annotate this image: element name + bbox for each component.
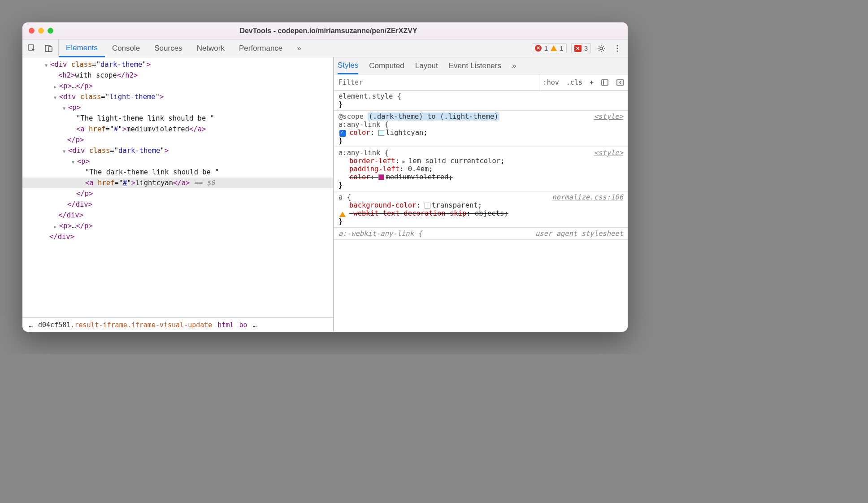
hov-toggle[interactable]: :hov xyxy=(539,74,563,90)
breadcrumb[interactable]: … d04cf581.result-iframe.iframe-visual-u… xyxy=(22,317,333,332)
dom-node[interactable]: ▶<p>…</p> xyxy=(22,81,333,91)
source-link: user agent stylesheet xyxy=(535,230,623,238)
error-icon: ✕ xyxy=(535,45,542,52)
svg-point-5 xyxy=(617,48,618,49)
more-tabs-icon[interactable]: » xyxy=(512,57,516,74)
inspect-element-icon[interactable] xyxy=(26,43,38,54)
filter-input[interactable] xyxy=(334,74,539,90)
css-property[interactable]: background-color: transparent; xyxy=(339,201,623,209)
device-toolbar-icon[interactable] xyxy=(43,43,55,54)
expand-icon[interactable]: ▶ xyxy=(399,159,408,165)
tab-network[interactable]: Network xyxy=(190,39,232,57)
cls-toggle[interactable]: .cls xyxy=(563,74,586,90)
color-swatch[interactable] xyxy=(425,203,430,208)
property-checkbox[interactable] xyxy=(339,130,346,137)
svg-rect-7 xyxy=(602,80,608,85)
source-link[interactable]: <style> xyxy=(594,113,623,121)
error-count: 1 xyxy=(544,44,548,52)
dom-node[interactable]: ▼<div class="light-theme"> xyxy=(22,91,333,102)
issues-counter[interactable]: ✕ 3 xyxy=(571,43,591,53)
window-title: DevTools - codepen.io/miriamsuzanne/pen/… xyxy=(62,27,595,35)
css-property-invalid[interactable]: -webkit-text-decoration-skip: objects; xyxy=(339,209,623,217)
styles-rules: element.style { } @scope (.dark-theme) t… xyxy=(334,91,628,332)
main-toolbar: Elements Console Sources Network Perform… xyxy=(22,39,628,57)
breadcrumb-item[interactable]: html xyxy=(215,321,236,329)
settings-icon[interactable] xyxy=(595,43,607,54)
collapse-icon[interactable]: ▼ xyxy=(63,148,68,155)
tab-styles[interactable]: Styles xyxy=(338,58,358,74)
maximize-window[interactable] xyxy=(48,28,53,34)
tab-sources[interactable]: Sources xyxy=(147,39,189,57)
dom-node[interactable]: <h2>with scope</h2> xyxy=(22,70,333,81)
tab-console[interactable]: Console xyxy=(105,39,147,57)
new-rule-button[interactable]: + xyxy=(586,74,597,90)
svg-point-4 xyxy=(617,45,618,46)
issues-icon: ✕ xyxy=(574,45,582,52)
element-style-rule[interactable]: element.style { } xyxy=(334,91,628,111)
css-rule[interactable]: a:-webkit-any-link {user agent styleshee… xyxy=(334,228,628,240)
tab-computed[interactable]: Computed xyxy=(369,57,404,74)
dom-node[interactable]: ▶<p>…</p> xyxy=(22,221,333,231)
toggle-sidebar-icon[interactable] xyxy=(612,74,628,90)
collapse-icon[interactable]: ▼ xyxy=(72,159,77,166)
dom-node[interactable]: ▼<p> xyxy=(22,156,333,167)
elements-panel: ▼<div class="dark-theme"> <h2>with scope… xyxy=(22,57,334,332)
devtools-window: DevTools - codepen.io/miriamsuzanne/pen/… xyxy=(22,22,628,332)
warning-icon xyxy=(339,212,346,217)
dom-node[interactable]: ▼<p> xyxy=(22,102,333,113)
titlebar: DevTools - codepen.io/miriamsuzanne/pen/… xyxy=(22,22,628,39)
tab-event-listeners[interactable]: Event Listeners xyxy=(449,57,501,74)
styles-panel: Styles Computed Layout Event Listeners »… xyxy=(334,57,628,332)
dom-node[interactable]: </div> xyxy=(22,231,333,242)
more-options-icon[interactable] xyxy=(612,43,623,54)
dom-node[interactable]: </p> xyxy=(22,188,333,199)
dom-node[interactable]: </div> xyxy=(22,199,333,210)
breadcrumb-overflow[interactable]: … xyxy=(26,321,35,329)
dom-node[interactable]: </div> xyxy=(22,210,333,221)
expand-icon[interactable]: ▶ xyxy=(54,223,59,230)
content-area: ▼<div class="dark-theme"> <h2>with scope… xyxy=(22,57,628,332)
minimize-window[interactable] xyxy=(38,28,44,34)
collapse-icon[interactable]: ▼ xyxy=(63,105,68,112)
dom-text-node[interactable]: "The light-theme link should be " xyxy=(22,113,333,124)
svg-rect-2 xyxy=(48,47,52,52)
dom-node-selected[interactable]: <a href="#">lightcyan</a> == $0 xyxy=(22,178,333,188)
tab-performance[interactable]: Performance xyxy=(232,39,290,57)
computed-toggle-icon[interactable] xyxy=(597,74,612,90)
breadcrumb-item[interactable]: d04cf581.result-iframe.iframe-visual-upd… xyxy=(35,321,215,329)
dom-text-node[interactable]: "The dark-theme link should be " xyxy=(22,167,333,178)
css-property[interactable]: border-left: ▶ 1em solid currentcolor; xyxy=(339,157,623,165)
tab-layout[interactable]: Layout xyxy=(415,57,438,74)
dom-node[interactable]: </p> xyxy=(22,134,333,145)
color-swatch[interactable] xyxy=(378,174,384,180)
dom-node[interactable]: ▼<div class="dark-theme"> xyxy=(22,59,333,70)
css-rule[interactable]: @scope (.dark-theme) to (.light-theme) a… xyxy=(334,111,628,147)
color-swatch[interactable] xyxy=(378,130,384,136)
more-tabs-icon[interactable]: » xyxy=(290,39,308,57)
scope-range: (.dark-theme) to (.light-theme) xyxy=(368,113,499,121)
issues-count: 3 xyxy=(584,44,588,52)
svg-point-6 xyxy=(617,50,618,52)
css-property[interactable]: padding-left: 0.4em; xyxy=(339,165,623,173)
source-link[interactable]: <style> xyxy=(594,149,623,157)
dom-node[interactable]: <a href="#">mediumvioletred</a> xyxy=(22,124,333,134)
dom-tree[interactable]: ▼<div class="dark-theme"> <h2>with scope… xyxy=(22,57,333,317)
main-tabs: Elements Console Sources Network Perform… xyxy=(59,39,308,57)
warning-icon xyxy=(551,45,557,51)
tab-elements[interactable]: Elements xyxy=(59,40,105,57)
css-property-overridden[interactable]: color: mediumvioletred; xyxy=(339,173,623,181)
dom-node[interactable]: ▼<div class="dark-theme"> xyxy=(22,145,333,156)
expand-icon[interactable]: ▶ xyxy=(54,83,59,91)
error-warning-counter[interactable]: ✕ 1 1 xyxy=(532,43,567,53)
breadcrumb-item[interactable]: bo xyxy=(236,321,250,329)
css-property[interactable]: color: lightcyan; xyxy=(339,129,623,137)
source-link[interactable]: normalize.css:106 xyxy=(552,193,623,201)
svg-point-3 xyxy=(600,47,603,50)
close-window[interactable] xyxy=(29,28,35,34)
css-rule[interactable]: a {normalize.css:106 background-color: t… xyxy=(334,191,628,228)
warning-count: 1 xyxy=(560,44,563,52)
collapse-icon[interactable]: ▼ xyxy=(54,94,59,101)
breadcrumb-overflow[interactable]: … xyxy=(250,321,260,329)
css-rule[interactable]: a:any-link {<style> border-left: ▶ 1em s… xyxy=(334,147,628,191)
collapse-icon[interactable]: ▼ xyxy=(45,62,50,69)
